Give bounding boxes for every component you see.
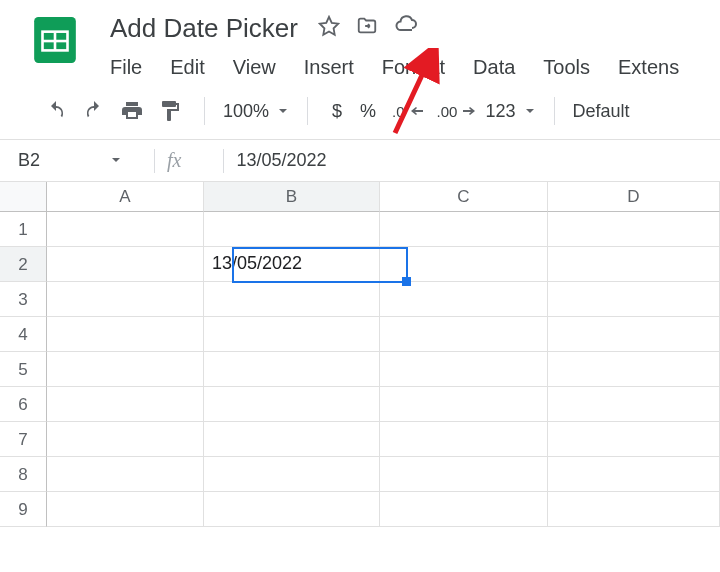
redo-icon[interactable] <box>78 95 110 127</box>
cell-c7[interactable] <box>380 422 548 457</box>
cell-d2[interactable] <box>548 247 720 282</box>
number-format-dropdown[interactable]: 123 <box>485 101 535 122</box>
cell-d4[interactable] <box>548 317 720 352</box>
arrow-right-icon <box>463 107 475 115</box>
name-box-dropdown-icon[interactable] <box>110 152 122 170</box>
cell-b8[interactable] <box>204 457 380 492</box>
row-header-2[interactable]: 2 <box>0 247 47 282</box>
cell-c5[interactable] <box>380 352 548 387</box>
row-header-6[interactable]: 6 <box>0 387 47 422</box>
fx-label: fx <box>167 149 181 172</box>
menu-format[interactable]: Format <box>382 56 445 79</box>
cell-b1[interactable] <box>204 212 380 247</box>
cell-b9[interactable] <box>204 492 380 527</box>
column-header-c[interactable]: C <box>380 182 548 212</box>
cell-a9[interactable] <box>47 492 204 527</box>
row-header-4[interactable]: 4 <box>0 317 47 352</box>
decrease-decimal-button[interactable]: .0 <box>388 103 427 120</box>
cell-a1[interactable] <box>47 212 204 247</box>
cloud-status-icon[interactable] <box>394 14 418 42</box>
name-box[interactable]: B2 <box>10 150 110 171</box>
cell-d5[interactable] <box>548 352 720 387</box>
zoom-dropdown[interactable]: 100% <box>223 101 289 122</box>
arrow-left-icon <box>411 107 423 115</box>
font-family-dropdown[interactable]: Default <box>573 101 630 122</box>
increase-decimal-button[interactable]: .00 <box>433 103 480 120</box>
cell-a4[interactable] <box>47 317 204 352</box>
cell-b7[interactable] <box>204 422 380 457</box>
cell-a6[interactable] <box>47 387 204 422</box>
menu-bar: File Edit View Insert Format Data Tools … <box>110 56 720 79</box>
cell-c8[interactable] <box>380 457 548 492</box>
column-header-b[interactable]: B <box>204 182 380 212</box>
cell-d9[interactable] <box>548 492 720 527</box>
menu-data[interactable]: Data <box>473 56 515 79</box>
print-icon[interactable] <box>116 95 148 127</box>
zoom-value: 100% <box>223 101 269 122</box>
cell-c6[interactable] <box>380 387 548 422</box>
column-header-a[interactable]: A <box>47 182 204 212</box>
cell-a3[interactable] <box>47 282 204 317</box>
cell-d7[interactable] <box>548 422 720 457</box>
star-icon[interactable] <box>318 15 340 41</box>
cell-b3[interactable] <box>204 282 380 317</box>
cell-b4[interactable] <box>204 317 380 352</box>
row-header-3[interactable]: 3 <box>0 282 47 317</box>
paint-format-icon[interactable] <box>154 95 186 127</box>
spreadsheet-grid[interactable]: A B C D 1 2 13/05/2022 3 4 5 <box>0 182 720 527</box>
cell-d8[interactable] <box>548 457 720 492</box>
row-header-9[interactable]: 9 <box>0 492 47 527</box>
cell-b5[interactable] <box>204 352 380 387</box>
menu-tools[interactable]: Tools <box>543 56 590 79</box>
chevron-down-icon <box>524 105 536 117</box>
menu-view[interactable]: View <box>233 56 276 79</box>
formula-input[interactable]: 13/05/2022 <box>236 150 326 171</box>
currency-button[interactable]: $ <box>326 101 348 122</box>
move-folder-icon[interactable] <box>356 15 378 41</box>
menu-edit[interactable]: Edit <box>170 56 204 79</box>
row-header-8[interactable]: 8 <box>0 457 47 492</box>
row-header-7[interactable]: 7 <box>0 422 47 457</box>
toolbar: 100% $ % .0 .00 123 Default <box>0 79 720 140</box>
undo-icon[interactable] <box>40 95 72 127</box>
cell-d3[interactable] <box>548 282 720 317</box>
formula-bar: B2 fx 13/05/2022 <box>0 140 720 182</box>
column-header-d[interactable]: D <box>548 182 720 212</box>
percent-button[interactable]: % <box>354 101 382 122</box>
cell-b2[interactable]: 13/05/2022 <box>204 247 380 282</box>
cell-a8[interactable] <box>47 457 204 492</box>
row-header-1[interactable]: 1 <box>0 212 47 247</box>
select-all-corner[interactable] <box>0 182 47 212</box>
menu-extensions[interactable]: Extens <box>618 56 679 79</box>
cell-a5[interactable] <box>47 352 204 387</box>
cell-c2[interactable] <box>380 247 548 282</box>
cell-c4[interactable] <box>380 317 548 352</box>
cell-a7[interactable] <box>47 422 204 457</box>
cell-a2[interactable] <box>47 247 204 282</box>
sheets-logo-icon[interactable] <box>30 15 80 65</box>
cell-c3[interactable] <box>380 282 548 317</box>
cell-c9[interactable] <box>380 492 548 527</box>
menu-insert[interactable]: Insert <box>304 56 354 79</box>
cell-d6[interactable] <box>548 387 720 422</box>
menu-file[interactable]: File <box>110 56 142 79</box>
cell-c1[interactable] <box>380 212 548 247</box>
row-header-5[interactable]: 5 <box>0 352 47 387</box>
cell-b6[interactable] <box>204 387 380 422</box>
chevron-down-icon <box>277 105 289 117</box>
cell-d1[interactable] <box>548 212 720 247</box>
document-title[interactable]: Add Date Picker <box>110 13 298 44</box>
